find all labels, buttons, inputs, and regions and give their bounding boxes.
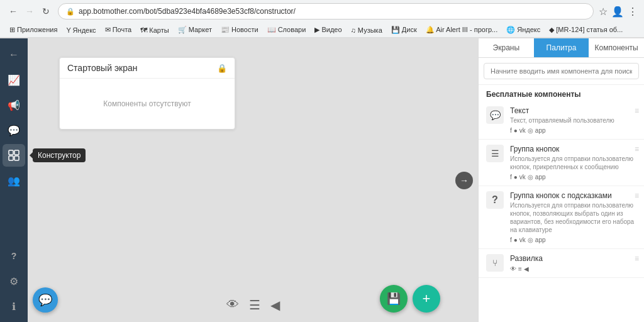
drag-handle-fork: ≡ xyxy=(635,254,639,263)
nav-arrow-right[interactable]: → xyxy=(455,172,473,189)
component-name-fork: Развилка xyxy=(510,254,636,263)
chat-button[interactable]: 💬 xyxy=(33,287,58,313)
drag-handle-btn-group: ≡ xyxy=(635,145,639,153)
bookmark-dict[interactable]: 📖 Словари xyxy=(264,25,309,35)
bookmark-market[interactable]: 🛒 Маркет xyxy=(175,25,215,35)
component-search-input[interactable] xyxy=(484,63,639,79)
sidebar-constructor-btn[interactable]: Конструктор xyxy=(3,144,25,167)
svg-rect-2 xyxy=(9,156,13,160)
component-item-button-group[interactable]: ≡ ☰ Группа кнопок Используется для отпра… xyxy=(479,140,644,186)
sidebar-settings-btn[interactable]: ⚙ xyxy=(3,270,25,292)
bottom-actions: 💾 + xyxy=(380,285,440,313)
tab-palette[interactable]: Палитра xyxy=(534,38,589,57)
bookmark-video[interactable]: ▶ Видео xyxy=(311,25,345,35)
sidebar-broadcast-btn[interactable]: 📢 xyxy=(3,94,25,116)
screen-body: Компоненты отсутствуют xyxy=(60,79,235,129)
component-info-text: Текст Текст, отправляемый пользователю f… xyxy=(510,106,636,134)
list-icon[interactable]: ☰ xyxy=(249,297,260,313)
component-icon-hint-group: ? xyxy=(486,191,504,209)
bookmark-music[interactable]: ♫ Музыка xyxy=(348,26,386,35)
sidebar-info-btn[interactable]: ℹ xyxy=(3,295,25,318)
bookmark-alert[interactable]: 🔔 Air Alert III - прогр... xyxy=(423,25,501,35)
component-info-btn-group: Группа кнопок Используется для отправки … xyxy=(510,145,636,180)
bookmark-mail[interactable]: ✉ Почта xyxy=(102,25,135,35)
right-panel: Экраны Палитра Компоненты Бесплатные ком… xyxy=(478,38,644,322)
no-components-text: Компоненты отсутствуют xyxy=(103,99,191,108)
screen-title: Стартовый экран xyxy=(67,63,212,73)
profile-icon[interactable]: 👤 xyxy=(611,6,624,18)
reload-nav-btn[interactable]: ↻ xyxy=(39,4,53,18)
canvas-area[interactable]: → Стартовый экран 🔒 Компоненты отсутству… xyxy=(28,38,478,322)
sidebar: ← 📈 📢 💬 Конструктор 👥 ? ⚙ ℹ xyxy=(0,38,28,322)
component-name-hint-group: Группа кнопок с подсказками xyxy=(510,191,636,200)
component-desc-text: Текст, отправляемый пользователю xyxy=(510,116,636,125)
url-input[interactable] xyxy=(79,7,586,16)
bookmark-maps[interactable]: 🗺 Карты xyxy=(137,26,172,35)
back-nav-btn[interactable]: ← xyxy=(6,4,20,18)
drag-handle-text: ≡ xyxy=(635,106,639,115)
browser-chrome: ← → ↻ 🔒 ☆ 👤 ⋮ ⊞ Приложения Y Яндекс ✉ По… xyxy=(0,0,644,38)
component-name-btn-group: Группа кнопок xyxy=(510,145,636,153)
address-bar: 🔒 xyxy=(58,3,594,19)
svg-rect-1 xyxy=(14,150,19,155)
component-platforms-btn-group: f●vk◎app xyxy=(510,174,636,180)
component-platforms-hint-group: f●vk◎app xyxy=(510,236,636,243)
bookmark-article[interactable]: ◆ [MR-124] статья об... xyxy=(546,25,626,35)
bookmark-disk[interactable]: 💾 Диск xyxy=(388,25,420,35)
browser-icons: ☆ 👤 ⋮ xyxy=(599,6,638,18)
component-info-fork: Развилка 👁≡◀ xyxy=(510,254,636,272)
bookmark-yandex[interactable]: Y Яндекс xyxy=(63,26,99,35)
right-panel-tabs: Экраны Палитра Компоненты xyxy=(479,38,644,58)
tab-components[interactable]: Компоненты xyxy=(589,38,644,57)
sidebar-messages-btn[interactable]: 💬 xyxy=(3,119,25,142)
component-platforms-text: f●vk◎app xyxy=(510,127,636,134)
screen-header: Стартовый экран 🔒 xyxy=(60,58,235,79)
nav-buttons: ← → ↻ xyxy=(6,4,53,18)
sidebar-help-btn[interactable]: ? xyxy=(3,245,25,267)
menu-icon[interactable]: ⋮ xyxy=(628,6,638,18)
arrow-icon[interactable]: ◀ xyxy=(270,297,280,313)
component-desc-btn-group: Используется для отправки пользователю к… xyxy=(510,155,636,171)
component-info-hint-group: Группа кнопок с подсказками Используется… xyxy=(510,191,636,243)
svg-rect-3 xyxy=(14,156,19,160)
svg-rect-0 xyxy=(9,150,13,155)
bookmarks-bar: ⊞ Приложения Y Яндекс ✉ Почта 🗺 Карты 🛒 … xyxy=(0,23,644,38)
add-button[interactable]: + xyxy=(413,285,440,313)
component-name-text: Текст xyxy=(510,106,636,115)
component-platforms-fork: 👁≡◀ xyxy=(510,265,636,272)
search-box xyxy=(479,58,644,85)
forward-nav-btn[interactable]: → xyxy=(23,4,36,18)
lock-icon: 🔒 xyxy=(66,8,75,16)
component-icon-fork: ⑂ xyxy=(486,254,504,272)
sidebar-back-btn[interactable]: ← xyxy=(3,43,25,66)
component-icon-btn-group: ☰ xyxy=(486,145,504,162)
component-item-hint-group[interactable]: ≡ ? Группа кнопок с подсказками Использу… xyxy=(479,186,644,249)
bookmark-yandex2[interactable]: 🌐 Яндекс xyxy=(503,25,543,35)
bookmark-news[interactable]: 📰 Новости xyxy=(218,25,262,35)
sidebar-analytics-btn[interactable]: 📈 xyxy=(3,69,25,91)
components-list: Бесплатные компоненты ≡ 💬 Текст Текст, о… xyxy=(479,85,644,322)
main-content: → Стартовый экран 🔒 Компоненты отсутству… xyxy=(28,38,478,322)
screen-block: Стартовый экран 🔒 Компоненты отсутствуют xyxy=(59,57,235,130)
drag-handle-hint-group: ≡ xyxy=(635,191,639,200)
screen-lock-icon: 🔒 xyxy=(217,64,227,73)
sidebar-users-btn[interactable]: 👥 xyxy=(3,169,25,192)
bookmark-apps[interactable]: ⊞ Приложения xyxy=(6,25,60,35)
component-item-fork[interactable]: ≡ ⑂ Развилка 👁≡◀ xyxy=(479,249,644,278)
eye-icon[interactable]: 👁 xyxy=(226,297,239,313)
component-item-text[interactable]: ≡ 💬 Текст Текст, отправляемый пользовате… xyxy=(479,101,644,140)
tab-screens[interactable]: Экраны xyxy=(479,38,534,57)
save-button[interactable]: 💾 xyxy=(380,285,408,313)
app-container: ← 📈 📢 💬 Конструктор 👥 ? ⚙ ℹ → Стар xyxy=(0,38,644,322)
section-header-free: Бесплатные компоненты xyxy=(479,85,644,101)
star-icon[interactable]: ☆ xyxy=(599,6,608,18)
bottom-toolbar-icons: 👁 ☰ ◀ xyxy=(226,297,280,313)
component-icon-text: 💬 xyxy=(486,106,504,124)
component-desc-hint-group: Используется для отправки пользователю к… xyxy=(510,201,636,234)
